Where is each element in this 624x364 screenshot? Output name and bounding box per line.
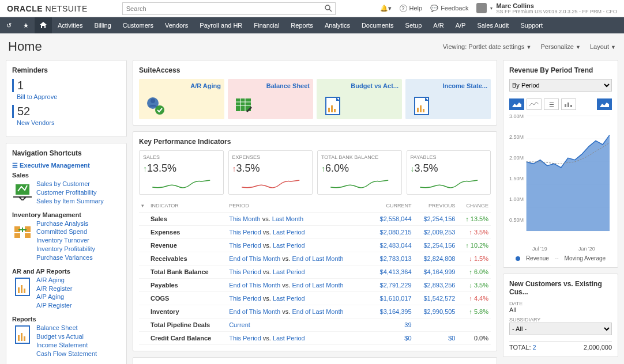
shortcuts-title: Navigation Shortcuts <box>12 149 121 157</box>
kpi-period[interactable]: End of This Month vs. End of Last Month <box>227 252 370 266</box>
shortcut-link[interactable]: Customer Profitability <box>36 188 104 197</box>
shortcut-link[interactable]: A/R Aging <box>36 276 72 285</box>
user-menu[interactable]: ▾ Marc Collins SS FF Premium US v2019.2.… <box>476 2 617 15</box>
shortcut-link[interactable]: Committed Spend <box>36 227 95 236</box>
nav-billing[interactable]: Billing <box>88 17 116 33</box>
suiteaccess-tile[interactable]: Budget vs Act... <box>317 79 402 119</box>
shortcut-link[interactable]: Balance Sheet <box>36 324 97 332</box>
viewing-label[interactable]: Viewing: Portlet date settings <box>443 43 525 50</box>
shortcut-link[interactable]: A/P Register <box>36 301 72 310</box>
shortcut-link[interactable]: Inventory Profitability <box>36 245 95 253</box>
kpi-col-header[interactable]: CURRENT <box>370 199 414 213</box>
reminder-link[interactable]: Bill to Approve <box>17 93 121 100</box>
shortcut-link[interactable]: Budget vs Actual <box>36 332 97 341</box>
reminder-link[interactable]: New Vendors <box>17 119 121 126</box>
shortcut-link[interactable]: Income Statement <box>36 341 97 350</box>
reminders-portlet: Reminders 1Bill to Approve52New Vendors <box>6 60 127 137</box>
star-icon[interactable]: ★ <box>17 17 35 33</box>
kpi-card[interactable]: SALES↑13.5% <box>139 150 224 195</box>
shortcut-link[interactable]: A/R Register <box>36 285 72 293</box>
shortcut-link[interactable]: Inventory Turnover <box>36 236 95 245</box>
nav-ap[interactable]: A/P <box>450 17 472 33</box>
kpi-row[interactable]: RevenueThis Period vs. Last Period$2,483… <box>139 239 491 252</box>
nav-documents[interactable]: Documents <box>356 17 400 33</box>
chart-area-icon[interactable] <box>509 98 524 110</box>
history-icon[interactable]: ↺ <box>0 17 17 33</box>
notifications-icon[interactable]: 🔔▾ <box>380 5 392 12</box>
suiteaccess-tile[interactable]: Balance Sheet <box>228 79 313 119</box>
exec-mgmt-link[interactable]: ☰ Executive Management <box>12 162 121 169</box>
kpi-period[interactable]: This Period vs. Last Period <box>227 226 370 239</box>
nav-ar[interactable]: A/R <box>427 17 449 33</box>
kpi-row[interactable]: COGSThis Period vs. Last Period$1,610,01… <box>139 292 491 305</box>
shortcut-link[interactable]: Purchase Variances <box>36 253 95 262</box>
svg-rect-37 <box>423 109 424 112</box>
kpi-period[interactable]: This Period vs. Last Period <box>227 332 370 345</box>
svg-rect-36 <box>420 105 422 112</box>
kpi-row[interactable]: Total Pipeline DealsCurrent39 <box>139 318 491 332</box>
kpi-card[interactable]: EXPENSES↑3.5% <box>228 150 313 195</box>
kpi-row[interactable]: Credit Card BalanceThis Period vs. Last … <box>139 332 491 345</box>
home-icon[interactable] <box>35 17 52 33</box>
kpi-period[interactable]: Current <box>227 318 370 332</box>
feedback-link[interactable]: 💬 Feedback <box>430 5 468 12</box>
y-tick: 2.00M <box>509 155 524 161</box>
kpi-label: PAYABLES <box>411 154 487 160</box>
kpi-period[interactable]: End of This Month vs. End of Last Month <box>227 279 370 292</box>
kpi-period[interactable]: End of This Month vs. End of Last Month <box>227 305 370 318</box>
kpi-period[interactable]: This Month vs. Last Month <box>227 213 370 226</box>
x-tick: Jan '20 <box>578 246 595 252</box>
kpi-period[interactable]: This Period vs. Last Period <box>227 292 370 305</box>
nav-salesaudit[interactable]: Sales Audit <box>471 17 514 33</box>
chart-area2-icon[interactable] <box>597 98 612 110</box>
nav-financial[interactable]: Financial <box>248 17 285 33</box>
y-tick: 2.50M <box>509 134 524 140</box>
search-input[interactable] <box>122 2 336 15</box>
nav-vendors[interactable]: Vendors <box>159 17 194 33</box>
svg-rect-19 <box>24 336 25 341</box>
search-icon[interactable] <box>325 5 332 12</box>
kpi-row[interactable]: ExpensesThis Period vs. Last Period$2,08… <box>139 226 491 239</box>
nav-customers[interactable]: Customers <box>117 17 159 33</box>
suiteaccess-tile[interactable]: Income State... <box>405 79 491 119</box>
kpi-row[interactable]: SalesThis Month vs. Last Month$2,558,044… <box>139 213 491 226</box>
shortcut-link[interactable]: Sales by Customer <box>36 180 104 188</box>
kpi-row[interactable]: ReceivablesEnd of This Month vs. End of … <box>139 252 491 266</box>
svg-rect-14 <box>21 285 22 293</box>
kpi-row[interactable]: PayablesEnd of This Month vs. End of Las… <box>139 279 491 292</box>
personalize-link[interactable]: Personalize ▼ <box>541 43 581 50</box>
nav-support[interactable]: Support <box>514 17 548 33</box>
nav-payrollandhr[interactable]: Payroll and HR <box>194 17 248 33</box>
shortcut-link[interactable]: Cash Flow Statement <box>36 350 97 358</box>
kpi-period[interactable]: This Period vs. Last Period <box>227 239 370 252</box>
nav-analytics[interactable]: Analytics <box>319 17 356 33</box>
chart-line-icon[interactable] <box>527 98 542 110</box>
chart-bar-icon[interactable] <box>561 98 576 110</box>
shortcut-link[interactable]: A/P Aging <box>36 293 72 301</box>
total-link[interactable]: 2 <box>533 344 536 351</box>
chart-table-icon[interactable]: ☰ <box>544 98 559 110</box>
shortcut-link[interactable]: Sales by Item Summary <box>36 197 104 206</box>
kpi-card[interactable]: TOTAL BANK BALANCE↑6.0% <box>317 150 402 195</box>
kpi-col-header[interactable]: PERIOD <box>227 199 370 213</box>
help-link[interactable]: ? Help <box>400 5 423 12</box>
layout-link[interactable]: Layout ▼ <box>590 43 616 50</box>
y-tick: 3.00M <box>509 113 524 119</box>
nav-reports[interactable]: Reports <box>285 17 319 33</box>
nav-setup[interactable]: Setup <box>400 17 428 33</box>
kpi-col-header[interactable]: INDICATOR <box>148 199 227 213</box>
subsidiary-select[interactable]: - All - <box>509 323 612 335</box>
nav-activities[interactable]: Activities <box>52 17 88 33</box>
kpi-col-header[interactable]: PREVIOUS <box>414 199 458 213</box>
kpi-col-header[interactable]: CHANGE <box>458 199 491 213</box>
kpi-row[interactable]: InventoryEnd of This Month vs. End of La… <box>139 305 491 318</box>
svg-rect-18 <box>21 333 22 341</box>
revenue-period-select[interactable]: By Period <box>509 79 612 92</box>
suiteaccess-tile[interactable]: A/R Aging <box>139 79 224 119</box>
kpi-period[interactable]: This Period vs. Last Period <box>227 266 370 279</box>
user-name: Marc Collins <box>496 2 617 9</box>
kpi-row[interactable]: Total Bank BalanceThis Period vs. Last P… <box>139 266 491 279</box>
kpi-card[interactable]: PAYABLES↓3.5% <box>407 150 491 195</box>
shortcut-link[interactable]: Purchase Analysis <box>36 219 95 228</box>
shortcut-group-title: Inventory Management <box>12 211 121 218</box>
